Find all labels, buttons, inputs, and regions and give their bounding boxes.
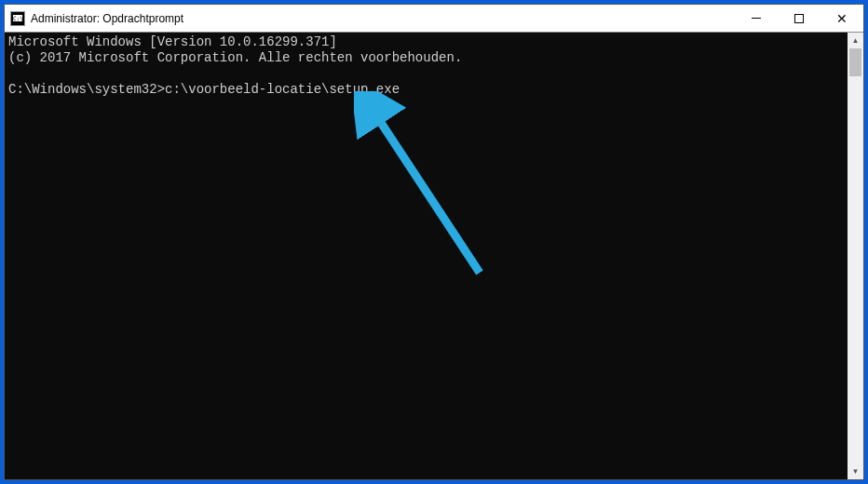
version-line: Microsoft Windows [Version 10.0.16299.37… — [8, 34, 337, 49]
copyright-line: (c) 2017 Microsoft Corporation. Alle rec… — [8, 50, 462, 65]
close-icon: ✕ — [836, 12, 848, 25]
titlebar[interactable]: C:\ Administrator: Opdrachtprompt ✕ — [5, 5, 863, 33]
cmd-icon-text: C:\ — [13, 15, 22, 21]
terminal-body: Microsoft Windows [Version 10.0.16299.37… — [5, 33, 863, 479]
cmd-icon: C:\ — [10, 11, 25, 26]
close-button[interactable]: ✕ — [821, 5, 863, 32]
minimize-icon — [752, 18, 761, 19]
scrollbar-track[interactable] — [848, 48, 863, 464]
scroll-up-button[interactable]: ▲ — [848, 33, 863, 48]
window-controls: ✕ — [735, 5, 863, 32]
command-prompt-window: C:\ Administrator: Opdrachtprompt ✕ Micr… — [4, 4, 864, 480]
window-title: Administrator: Opdrachtprompt — [31, 12, 735, 25]
maximize-icon — [794, 14, 804, 23]
terminal-content[interactable]: Microsoft Windows [Version 10.0.16299.37… — [5, 33, 848, 479]
vertical-scrollbar[interactable]: ▲ ▼ — [848, 33, 863, 479]
scrollbar-thumb[interactable] — [849, 48, 861, 76]
minimize-button[interactable] — [735, 5, 778, 32]
command-input: c:\voorbeeld-locatie\setup.exe — [165, 82, 400, 97]
prompt-path: C:\Windows\system32> — [8, 82, 165, 97]
scroll-down-button[interactable]: ▼ — [848, 464, 863, 479]
maximize-button[interactable] — [778, 5, 821, 32]
